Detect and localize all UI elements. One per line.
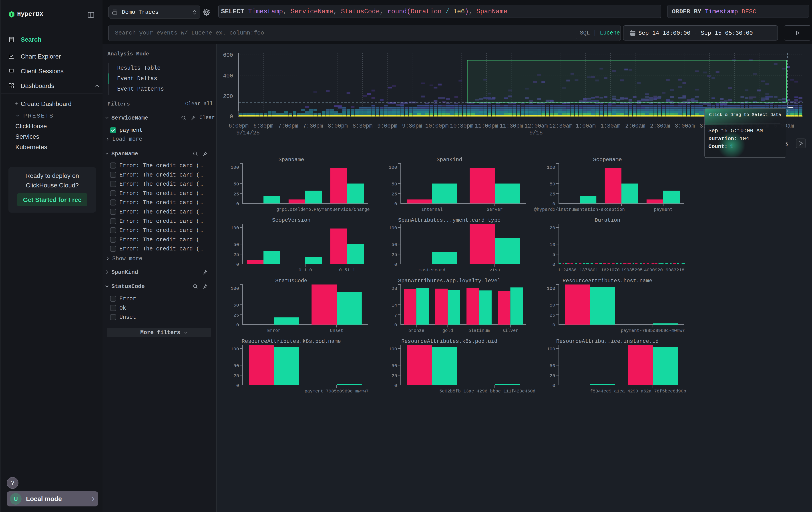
svg-text:3:00am: 3:00am <box>675 123 695 129</box>
svg-text:9/14/25: 9/14/25 <box>236 130 260 136</box>
svg-text:50: 50 <box>392 363 397 369</box>
svg-text:1:30am: 1:30am <box>600 123 620 129</box>
svg-text:platinum: platinum <box>468 328 490 333</box>
svg-text:SpanAttributes.app.loyalty.lev: SpanAttributes.app.loyalty.level <box>398 278 501 284</box>
svg-text:0: 0 <box>236 383 239 388</box>
svg-text:100: 100 <box>389 225 397 231</box>
svg-text:50: 50 <box>550 182 555 187</box>
svg-text:payment-7985c8969c-mwmw7: payment-7985c8969c-mwmw7 <box>304 389 369 394</box>
svg-text:silver: silver <box>502 328 518 333</box>
svg-text:0.51.1: 0.51.1 <box>339 268 355 273</box>
svg-text:50: 50 <box>233 303 239 308</box>
svg-text:0.1.0: 0.1.0 <box>299 268 312 273</box>
svg-text:0: 0 <box>552 262 555 267</box>
svg-text:payment: payment <box>654 207 673 212</box>
svg-text:200: 200 <box>223 93 233 100</box>
svg-text:0: 0 <box>394 383 397 388</box>
svg-text:0: 0 <box>394 323 397 328</box>
svg-text:0: 0 <box>394 201 397 207</box>
svg-text:25: 25 <box>550 313 555 318</box>
svg-text:10:00pm: 10:00pm <box>425 123 448 129</box>
svg-text:6:00pm: 6:00pm <box>229 123 249 129</box>
svg-text:100: 100 <box>389 347 397 352</box>
svg-text:SpanKind: SpanKind <box>436 157 462 163</box>
svg-text:25: 25 <box>233 192 239 197</box>
svg-text:1621070: 1621070 <box>601 268 620 273</box>
svg-text:50: 50 <box>233 182 239 187</box>
svg-text:25: 25 <box>392 192 397 197</box>
svg-text:0: 0 <box>552 323 555 328</box>
svg-text:50: 50 <box>550 363 555 369</box>
svg-text:10: 10 <box>550 242 555 247</box>
svg-text:payment-7985c8969c-mwmw7: payment-7985c8969c-mwmw7 <box>621 328 685 333</box>
svg-text:19935295: 19935295 <box>621 268 643 273</box>
svg-text:100: 100 <box>231 225 239 231</box>
svg-text:ResourceAttributes.host.name: ResourceAttributes.host.name <box>562 278 652 284</box>
svg-text:14: 14 <box>392 303 397 308</box>
svg-text:ResourceAttributes.k8s.pod.nam: ResourceAttributes.k8s.pod.name <box>242 339 341 344</box>
svg-text:StatusCode: StatusCode <box>275 278 307 284</box>
svg-text:@hyperdx/instrumentation-excep: @hyperdx/instrumentation-exception <box>534 207 625 212</box>
svg-text:SpanAttributes...yment.card_ty: SpanAttributes...yment.card_type <box>398 217 501 223</box>
svg-text:100: 100 <box>231 165 239 170</box>
svg-text:9:00pm: 9:00pm <box>377 123 397 129</box>
svg-text:100: 100 <box>231 286 239 291</box>
svg-text:Sep 15 5:10:00 AM: Sep 15 5:10:00 AM <box>708 128 763 134</box>
svg-text:9983218: 9983218 <box>666 268 685 273</box>
svg-text:11:30pm: 11:30pm <box>500 123 523 129</box>
svg-text:2:00am: 2:00am <box>625 123 645 129</box>
svg-text:ResourceAttributes.k8s.pod.uid: ResourceAttributes.k8s.pod.uid <box>401 339 497 344</box>
svg-text:600: 600 <box>223 52 233 58</box>
svg-text:0: 0 <box>552 383 555 388</box>
svg-text:9/15: 9/15 <box>529 130 543 136</box>
svg-text:100: 100 <box>547 165 555 170</box>
svg-text:0: 0 <box>394 262 397 267</box>
svg-text:100: 100 <box>231 347 239 352</box>
svg-text:8:30pm: 8:30pm <box>352 123 372 129</box>
svg-text:25: 25 <box>233 252 239 257</box>
svg-text:12:00am: 12:00am <box>524 123 548 129</box>
svg-text:Error: Error <box>267 328 281 333</box>
svg-text:Count:: Count: <box>708 143 727 150</box>
svg-text:25: 25 <box>392 373 397 378</box>
svg-text:1: 1 <box>730 143 733 150</box>
svg-text:7: 7 <box>394 313 397 318</box>
svg-text:grpc.oteldemo.PaymentService/C: grpc.oteldemo.PaymentService/Charge <box>277 207 370 212</box>
svg-text:0: 0 <box>236 201 239 207</box>
svg-text:10:30pm: 10:30pm <box>450 123 473 129</box>
svg-text:ScopeName: ScopeName <box>593 157 622 163</box>
svg-text:50: 50 <box>550 303 555 308</box>
svg-text:gold: gold <box>442 328 453 333</box>
svg-text:6:30pm: 6:30pm <box>253 123 273 129</box>
svg-text:100: 100 <box>389 165 397 170</box>
svg-text:SpanName: SpanName <box>279 157 304 163</box>
svg-text:25: 25 <box>550 373 555 378</box>
svg-text:Duration: Duration <box>594 217 620 223</box>
svg-text:50: 50 <box>233 363 239 369</box>
svg-text:bronze: bronze <box>408 328 424 333</box>
svg-text:ScopeVersion: ScopeVersion <box>272 217 311 223</box>
svg-text:1376801: 1376801 <box>579 268 598 273</box>
svg-text:50: 50 <box>233 242 239 247</box>
svg-text:2:30am: 2:30am <box>650 123 670 129</box>
svg-text:400: 400 <box>223 73 233 79</box>
svg-text:4090920: 4090920 <box>644 268 663 273</box>
svg-text:7:00pm: 7:00pm <box>278 123 298 129</box>
svg-text:0: 0 <box>230 113 233 120</box>
svg-text:5: 5 <box>552 252 555 257</box>
svg-text:7:30pm: 7:30pm <box>303 123 323 129</box>
svg-text:8:00pm: 8:00pm <box>328 123 348 129</box>
svg-text:1124538: 1124538 <box>558 268 577 273</box>
svg-text:mastercard: mastercard <box>419 268 445 273</box>
svg-text:0: 0 <box>552 201 555 207</box>
svg-text:Internal: Internal <box>421 207 443 212</box>
svg-text:Unset: Unset <box>330 328 343 333</box>
svg-text:50: 50 <box>392 242 397 247</box>
svg-text:visa: visa <box>489 268 500 273</box>
svg-text:100: 100 <box>547 347 555 352</box>
svg-text:1:00am: 1:00am <box>576 123 596 129</box>
svg-text:11:00pm: 11:00pm <box>475 123 498 129</box>
svg-text:0: 0 <box>236 262 239 267</box>
svg-text:Duration:: Duration: <box>708 136 737 142</box>
svg-text:0: 0 <box>236 323 239 328</box>
